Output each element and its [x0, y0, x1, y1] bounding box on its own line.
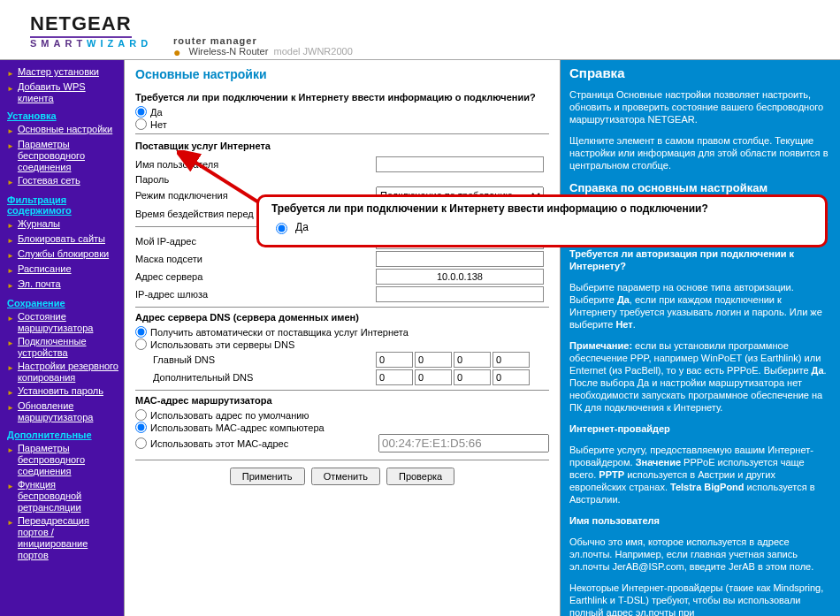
annotation-callout: Требуется ли при подключении к Интернету… — [256, 194, 828, 247]
gateway-label: IP-адрес шлюза — [135, 289, 376, 300]
isp-label: Поставщик услуг Интернета — [135, 141, 376, 151]
nav-logs[interactable]: Журналы — [18, 218, 60, 230]
help-text: Требуется ли авторизация при подключении… — [569, 247, 831, 272]
help-text: Страница Основные настройки позволяет на… — [569, 88, 831, 125]
dns-primary-2[interactable] — [415, 352, 452, 368]
nav-basic-settings[interactable]: Основные настройки — [18, 124, 112, 135]
main-panel: Основные настройки Требуется ли при подк… — [124, 60, 561, 616]
nav-email[interactable]: Эл. почта — [18, 278, 61, 290]
help-title: Справка — [569, 67, 831, 80]
brand-router-line: router manager ● Wireless-N Router model… — [173, 35, 353, 57]
nav-router-status[interactable]: Состояние маршрутизатора — [18, 311, 118, 334]
bullet-icon: ● — [173, 45, 180, 59]
page-title: Основные настройки — [135, 67, 549, 81]
nav-add-wps[interactable]: Добавить WPS клиента — [18, 81, 118, 104]
sidebar: Мастер установки Добавить WPS клиента Ус… — [0, 60, 124, 616]
dns-primary-1[interactable] — [376, 352, 413, 368]
subnet-label: Маска подсети — [135, 254, 376, 264]
brand-logo: NETGEAR — [30, 12, 132, 38]
dns-manual-radio[interactable] — [135, 338, 147, 350]
mac-title: МАС-адрес маршрутизатора — [135, 395, 549, 406]
nav-block-sites[interactable]: Блокировать сайты — [18, 233, 105, 245]
nav-schedule[interactable]: Расписание — [18, 263, 72, 275]
nav-block-services[interactable]: Службы блокировки — [18, 248, 109, 260]
dns-secondary-2[interactable] — [415, 369, 452, 385]
help-text: Обычно это имя, которое используется в а… — [569, 536, 831, 573]
dns-secondary-label: Дополнительный DNS — [153, 372, 376, 383]
callout-yes-radio — [276, 223, 287, 234]
nav-adv-wireless[interactable]: Параметры беспроводного соединения — [18, 443, 118, 477]
nav-attached-devices[interactable]: Подключенные устройства — [18, 336, 118, 359]
apply-button[interactable]: Применить — [230, 468, 305, 485]
header: NETGEAR SMARTWIZARD router manager ● Wir… — [0, 0, 840, 60]
nav-group-filter: Фильтрация содержимого — [7, 194, 118, 216]
dns-primary-3[interactable] — [454, 352, 491, 368]
nav-group-save: Сохранение — [7, 298, 118, 308]
nav-group-setup: Установка — [7, 110, 118, 121]
help-text: Примечание: если вы установили программн… — [569, 339, 831, 414]
nav-wireless-settings[interactable]: Параметры беспроводного соединения — [18, 139, 118, 173]
subnet-input[interactable] — [376, 251, 544, 267]
nav-guest-network[interactable]: Гостевая сеть — [18, 175, 80, 186]
nav-set-password[interactable]: Установить пароль — [18, 385, 103, 397]
dns-primary-label: Главный DNS — [153, 354, 376, 365]
mac-pc-radio[interactable] — [135, 422, 147, 433]
nav-group-advanced: Дополнительные — [7, 430, 118, 440]
help-text: Некоторые Интернет-провайдеры (такие как… — [569, 582, 831, 616]
mac-custom-input[interactable] — [378, 434, 549, 452]
server-addr-input[interactable] — [376, 269, 544, 285]
login-no-radio[interactable] — [135, 118, 147, 130]
nav-backup[interactable]: Настройки резервного копирования — [18, 361, 118, 384]
brand-subtitle: SMARTWIZARD — [30, 38, 840, 49]
username-label: Имя пользователя — [135, 159, 376, 170]
dns-primary-4[interactable] — [493, 352, 530, 368]
test-button[interactable]: Проверка — [386, 468, 454, 485]
nav-router-upgrade[interactable]: Обновление маршрутизатора — [18, 400, 118, 423]
dns-secondary-3[interactable] — [454, 369, 491, 385]
help-text: Имя пользователя — [569, 514, 831, 527]
dns-auto-radio[interactable] — [135, 326, 147, 338]
server-addr-label: Адрес сервера — [135, 271, 376, 282]
help-text: Щелкните элемент в самом правом столбце.… — [569, 134, 831, 171]
help-panel: Справка Страница Основные настройки позв… — [561, 60, 840, 616]
help-text: Интернет-провайдер — [569, 422, 831, 435]
dns-secondary-1[interactable] — [376, 369, 413, 385]
help-subtitle: Справка по основным настройкам — [569, 182, 831, 194]
help-text: Выберите услугу, предоставляемую вашим И… — [569, 444, 831, 506]
nav-wireless-repeating[interactable]: Функция беспроводной ретрансляции — [18, 479, 118, 513]
mac-default-radio[interactable] — [135, 409, 147, 421]
username-input[interactable] — [376, 156, 544, 172]
cancel-button[interactable]: Отменить — [311, 468, 380, 485]
password-label: Пароль — [135, 174, 376, 185]
help-text: Выберите параметр на основе типа авториз… — [569, 281, 831, 331]
nav-wizard[interactable]: Мастер установки — [18, 66, 99, 78]
mac-custom-radio[interactable] — [135, 437, 147, 449]
nav-port-forwarding[interactable]: Переадресация портов / инициирование пор… — [18, 515, 118, 561]
login-required-question: Требуется ли при подключении к Интернету… — [135, 92, 549, 103]
login-yes-radio[interactable] — [135, 106, 147, 118]
dns-secondary-4[interactable] — [493, 369, 530, 385]
dns-title: Адрес сервера DNS (сервера доменных имен… — [135, 312, 549, 323]
callout-question: Требуется ли при подключении к Интернету… — [271, 202, 813, 215]
gateway-input[interactable] — [376, 286, 544, 302]
